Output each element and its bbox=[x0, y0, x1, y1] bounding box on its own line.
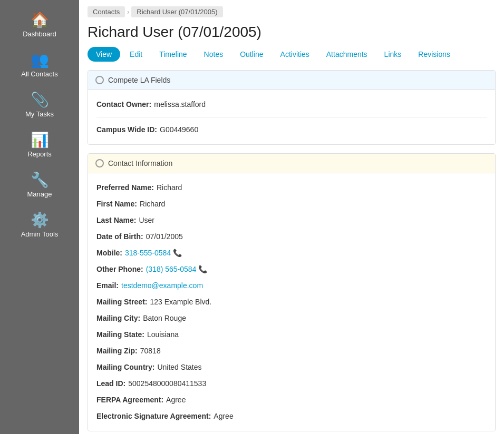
field-email-value[interactable]: testdemo@example.com bbox=[121, 280, 203, 291]
field-lead-id: Lead ID: 5002548000080411533 bbox=[96, 376, 487, 392]
field-dob-value: 07/01/2005 bbox=[146, 231, 183, 242]
tab-view[interactable]: View bbox=[88, 47, 120, 62]
field-preferred-name-value: Richard bbox=[157, 182, 182, 193]
field-mobile: Mobile: 318-555-0584 📞 bbox=[96, 245, 487, 261]
nav-tabs: View Edit Timeline Notes Outline Activit… bbox=[79, 47, 504, 62]
contact-info-section: Contact Information Preferred Name: Rich… bbox=[88, 153, 496, 431]
field-first-name-label: First Name: bbox=[96, 199, 137, 210]
contacts-icon: 👥 bbox=[31, 53, 49, 67]
field-mailing-city-label: Mailing City: bbox=[96, 313, 140, 324]
compete-la-body: Contact Owner: melissa.stafford Campus W… bbox=[88, 90, 495, 144]
field-mailing-country-label: Mailing Country: bbox=[96, 362, 154, 373]
field-mailing-street-label: Mailing Street: bbox=[96, 297, 147, 308]
field-preferred-name: Preferred Name: Richard bbox=[96, 180, 487, 196]
main-content: Contacts › Richard User (07/01/2005) Ric… bbox=[79, 0, 504, 434]
field-lead-id-value: 5002548000080411533 bbox=[128, 378, 206, 389]
field-ferpa-label: FERPA Agreement: bbox=[96, 394, 163, 406]
breadcrumb-arrow: › bbox=[127, 8, 129, 16]
contact-info-header: Contact Information bbox=[88, 154, 495, 173]
sidebar-item-my-tasks[interactable]: 📎 My Tasks bbox=[0, 85, 79, 125]
field-mailing-city: Mailing City: Baton Rouge bbox=[96, 310, 487, 327]
tab-revisions[interactable]: Revisions bbox=[411, 47, 458, 62]
sidebar-item-label: My Tasks bbox=[25, 110, 54, 118]
field-last-name-value: User bbox=[139, 215, 154, 226]
field-preferred-name-label: Preferred Name: bbox=[96, 182, 154, 193]
field-mailing-zip-label: Mailing Zip: bbox=[96, 346, 138, 357]
sidebar-item-dashboard[interactable]: 🏠 Dashboard bbox=[0, 5, 79, 45]
field-mobile-value[interactable]: 318-555-0584 bbox=[125, 248, 171, 259]
field-mailing-street-value: 123 Example Blvd. bbox=[150, 297, 211, 308]
sidebar-item-admin-tools[interactable]: ⚙️ Admin Tools bbox=[0, 205, 79, 245]
field-other-phone-label: Other Phone: bbox=[96, 264, 143, 275]
field-mailing-street: Mailing Street: 123 Example Blvd. bbox=[96, 294, 487, 310]
field-mailing-city-value: Baton Rouge bbox=[143, 313, 186, 324]
compete-la-icon bbox=[95, 76, 104, 84]
tab-timeline[interactable]: Timeline bbox=[152, 47, 194, 62]
tab-activities[interactable]: Activities bbox=[273, 47, 317, 62]
field-mailing-state-value: Louisiana bbox=[147, 329, 179, 340]
field-mailing-country-value: United States bbox=[157, 362, 201, 373]
tab-links[interactable]: Links bbox=[377, 47, 409, 62]
field-mailing-state: Mailing State: Louisiana bbox=[96, 327, 487, 343]
field-mobile-label: Mobile: bbox=[96, 248, 122, 259]
field-esig-label: Electronic Signature Agreement: bbox=[96, 411, 211, 422]
field-other-phone-value[interactable]: (318) 565-0584 bbox=[146, 264, 197, 275]
breadcrumb: Contacts › Richard User (07/01/2005) bbox=[79, 0, 504, 19]
field-contact-owner: Contact Owner: melissa.stafford bbox=[96, 96, 487, 113]
breadcrumb-contacts[interactable]: Contacts bbox=[88, 6, 125, 17]
field-last-name: Last Name: User bbox=[96, 212, 487, 229]
tab-edit[interactable]: Edit bbox=[122, 47, 150, 62]
sidebar-item-reports[interactable]: 📊 Reports bbox=[0, 125, 79, 165]
page-title: Richard User (07/01/2005) bbox=[79, 19, 504, 47]
admin-icon: ⚙️ bbox=[31, 213, 49, 228]
contact-info-icon bbox=[95, 159, 104, 167]
field-mailing-zip: Mailing Zip: 70818 bbox=[96, 343, 487, 359]
field-mailing-zip-value: 70818 bbox=[140, 346, 161, 357]
field-esig-value: Agree bbox=[214, 411, 233, 422]
manage-icon: 🔧 bbox=[31, 173, 49, 188]
dashboard-icon: 🏠 bbox=[31, 13, 49, 27]
field-ferpa-value: Agree bbox=[166, 394, 186, 406]
tasks-icon: 📎 bbox=[31, 93, 49, 107]
sidebar: 🏠 Dashboard 👥 All Contacts 📎 My Tasks 📊 … bbox=[0, 0, 79, 434]
sidebar-item-label: Dashboard bbox=[23, 30, 56, 38]
phone-icon: 📞 bbox=[173, 248, 182, 259]
sidebar-item-label: All Contacts bbox=[21, 70, 57, 78]
breadcrumb-current[interactable]: Richard User (07/01/2005) bbox=[131, 6, 222, 17]
sidebar-item-all-contacts[interactable]: 👥 All Contacts bbox=[0, 45, 79, 85]
tab-attachments[interactable]: Attachments bbox=[319, 47, 375, 62]
compete-la-section: Compete LA Fields Contact Owner: melissa… bbox=[88, 70, 496, 145]
field-contact-owner-value: melissa.stafford bbox=[154, 99, 206, 110]
field-campus-wide-id-label: Campus Wide ID: bbox=[96, 124, 157, 135]
field-dob-label: Date of Birth: bbox=[96, 231, 143, 242]
sidebar-item-manage[interactable]: 🔧 Manage bbox=[0, 165, 79, 205]
field-mailing-state-label: Mailing State: bbox=[96, 329, 144, 340]
field-campus-wide-id-value: G00449660 bbox=[160, 124, 198, 135]
compete-la-title: Compete LA Fields bbox=[108, 76, 170, 84]
field-dob: Date of Birth: 07/01/2005 bbox=[96, 229, 487, 245]
field-last-name-label: Last Name: bbox=[96, 215, 136, 226]
field-first-name: First Name: Richard bbox=[96, 196, 487, 212]
field-ferpa: FERPA Agreement: Agree bbox=[96, 392, 487, 408]
field-mailing-country: Mailing Country: United States bbox=[96, 359, 487, 376]
field-email: Email: testdemo@example.com bbox=[96, 278, 487, 294]
field-first-name-value: Richard bbox=[140, 199, 165, 210]
compete-la-header: Compete LA Fields bbox=[88, 71, 495, 90]
field-lead-id-label: Lead ID: bbox=[96, 378, 125, 389]
reports-icon: 📊 bbox=[31, 133, 49, 147]
field-other-phone: Other Phone: (318) 565-0584 📞 bbox=[96, 261, 487, 278]
contact-info-body: Preferred Name: Richard First Name: Rich… bbox=[88, 173, 495, 431]
sidebar-item-label: Reports bbox=[27, 150, 52, 158]
field-esig: Electronic Signature Agreement: Agree bbox=[96, 408, 487, 425]
field-campus-wide-id: Campus Wide ID: G00449660 bbox=[96, 122, 487, 138]
tab-outline[interactable]: Outline bbox=[232, 47, 270, 62]
sidebar-item-label: Admin Tools bbox=[21, 230, 59, 238]
tab-notes[interactable]: Notes bbox=[197, 47, 231, 62]
other-phone-icon: 📞 bbox=[198, 264, 207, 275]
contact-info-title: Contact Information bbox=[108, 159, 172, 167]
content-area: Compete LA Fields Contact Owner: melissa… bbox=[79, 62, 504, 434]
field-contact-owner-label: Contact Owner: bbox=[96, 99, 151, 110]
divider bbox=[96, 117, 487, 117]
field-email-label: Email: bbox=[96, 280, 119, 291]
sidebar-item-label: Manage bbox=[27, 190, 52, 198]
